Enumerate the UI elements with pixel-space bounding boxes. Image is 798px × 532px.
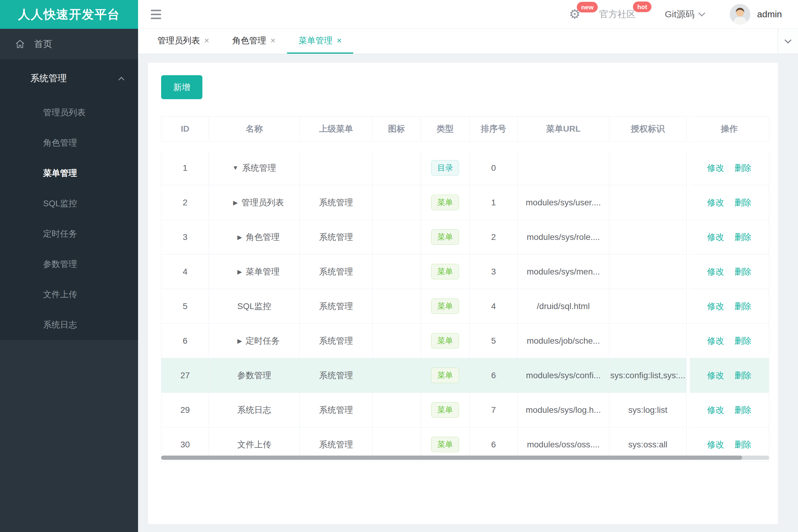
menu-toggle-icon[interactable]: [151, 10, 161, 19]
cell-menu-url: modules/sys/men...: [518, 254, 609, 289]
delete-link[interactable]: 删除: [735, 404, 751, 416]
tab-role-mgmt[interactable]: 角色管理 ×: [221, 29, 287, 54]
edit-link[interactable]: 修改: [707, 404, 724, 416]
tab-admin-list[interactable]: 管理员列表 ×: [146, 29, 221, 54]
column-header: 类型: [421, 116, 470, 141]
cell-actions: 修改删除: [690, 289, 769, 324]
cell-parent-menu: 系统管理: [300, 220, 373, 254]
cell-id: 5: [161, 289, 209, 324]
close-icon[interactable]: ×: [204, 36, 209, 45]
avatar[interactable]: [730, 4, 750, 24]
sidebar-item-home[interactable]: 首页: [0, 29, 138, 59]
sidebar-item-system-log[interactable]: 系统日志: [0, 310, 138, 340]
cell-auth: [609, 151, 687, 185]
cell-auth: [609, 185, 687, 220]
chevron-up-icon: [118, 77, 125, 83]
cell-actions: 修改删除: [690, 324, 769, 358]
cell-icon: [373, 151, 421, 185]
edit-link[interactable]: 修改: [707, 231, 724, 243]
cell-menu-url: /druid/sql.html: [518, 289, 609, 324]
community-link[interactable]: 官方社区 hot: [599, 8, 636, 21]
cell-auth: sys:log:list: [609, 393, 687, 428]
cell-icon: [373, 254, 421, 289]
header-actions: ⚙ new 官方社区 hot Git源码 admin: [569, 4, 782, 24]
sidebar-item-scheduled-tasks[interactable]: 定时任务: [0, 219, 138, 249]
horizontal-scrollbar[interactable]: [161, 456, 769, 460]
menu-name-label: 参数管理: [237, 370, 271, 381]
delete-link[interactable]: 删除: [735, 301, 751, 312]
delete-link[interactable]: 删除: [735, 439, 751, 451]
new-badge: new: [577, 2, 598, 13]
type-badge: 菜单: [431, 264, 459, 279]
delete-link[interactable]: 删除: [735, 197, 751, 208]
edit-link[interactable]: 修改: [707, 197, 724, 208]
sidebar-item-admin-list[interactable]: 管理员列表: [0, 97, 138, 128]
cell-icon: [373, 289, 421, 324]
chevron-down-icon: [699, 10, 705, 17]
edit-link[interactable]: 修改: [707, 370, 724, 381]
type-badge: 菜单: [431, 299, 459, 314]
cell-type: 菜单: [421, 324, 470, 358]
cell-parent-menu: 系统管理: [300, 185, 373, 220]
cell-id: 2: [161, 185, 209, 220]
community-label: 官方社区: [599, 8, 636, 21]
column-header: 授权标识: [609, 116, 687, 141]
delete-link[interactable]: 删除: [735, 162, 751, 174]
cell-actions: 修改删除: [690, 185, 769, 220]
expand-arrow-icon[interactable]: ▶: [237, 268, 242, 276]
settings-button[interactable]: ⚙ new: [569, 8, 583, 21]
delete-link[interactable]: 删除: [735, 231, 751, 243]
column-header: 排序号: [470, 116, 518, 141]
cell-id: 1: [161, 151, 209, 185]
edit-link[interactable]: 修改: [707, 439, 724, 451]
cell-auth: sys:config:list,sys:...: [609, 358, 687, 393]
git-source-dropdown[interactable]: Git源码: [665, 8, 704, 21]
add-button[interactable]: 新增: [161, 75, 202, 99]
menu-table: ID名称上级菜单图标类型排序号菜单URL授权标识操作1▼系统管理目录0修改删除2…: [161, 116, 769, 462]
tab-overflow-button[interactable]: [778, 29, 798, 54]
delete-link[interactable]: 删除: [735, 335, 751, 347]
edit-link[interactable]: 修改: [707, 335, 724, 347]
sidebar-item-file-upload[interactable]: 文件上传: [0, 279, 138, 310]
close-icon[interactable]: ×: [270, 36, 275, 45]
cell-name: ▶管理员列表: [209, 185, 300, 220]
cell-name: ▶角色管理: [209, 220, 300, 254]
close-icon[interactable]: ×: [337, 36, 342, 45]
cell-auth: [609, 220, 687, 254]
cell-type: 菜单: [421, 358, 470, 393]
collapse-arrow-icon[interactable]: ▼: [233, 165, 239, 171]
expand-arrow-icon[interactable]: ▶: [237, 337, 242, 345]
cell-name: ▶菜单管理: [209, 254, 300, 289]
menu-name-label: 菜单管理: [246, 266, 280, 278]
column-gap: [687, 393, 690, 428]
sidebar-group-title[interactable]: 系统管理: [0, 59, 138, 97]
sidebar-item-menu-mgmt[interactable]: 菜单管理: [0, 158, 138, 188]
menu-name-label: 定时任务: [246, 335, 280, 347]
delete-link[interactable]: 删除: [735, 266, 751, 278]
column-gap: [687, 324, 690, 358]
column-gap: [687, 289, 690, 324]
menu-name-label: 系统日志: [237, 404, 271, 416]
cell-id: 3: [161, 220, 209, 254]
expand-arrow-icon[interactable]: ▶: [237, 233, 242, 241]
sidebar-item-sql-monitor[interactable]: SQL监控: [0, 188, 138, 219]
cell-sort: 4: [470, 289, 518, 324]
edit-link[interactable]: 修改: [707, 301, 724, 312]
tab-menu-mgmt[interactable]: 菜单管理 ×: [287, 29, 353, 54]
sidebar-item-param-mgmt[interactable]: 参数管理: [0, 249, 138, 279]
edit-link[interactable]: 修改: [707, 266, 724, 278]
cell-actions: 修改删除: [690, 393, 769, 428]
expand-arrow-icon[interactable]: ▶: [233, 199, 238, 206]
cell-type: 菜单: [421, 254, 470, 289]
scrollbar-thumb[interactable]: [161, 456, 742, 460]
type-badge: 菜单: [431, 333, 459, 348]
top-header: 人人快速开发平台 ⚙ new 官方社区 hot Git源码 admin: [0, 0, 798, 29]
username-label[interactable]: admin: [757, 9, 782, 19]
main-content: 新增 ID名称上级菜单图标类型排序号菜单URL授权标识操作1▼系统管理目录0修改…: [138, 54, 798, 532]
cell-auth: [609, 289, 687, 324]
cell-sort: 7: [470, 393, 518, 428]
cell-icon: [373, 324, 421, 358]
edit-link[interactable]: 修改: [707, 162, 724, 174]
sidebar-item-role-mgmt[interactable]: 角色管理: [0, 128, 138, 158]
delete-link[interactable]: 删除: [735, 370, 751, 381]
